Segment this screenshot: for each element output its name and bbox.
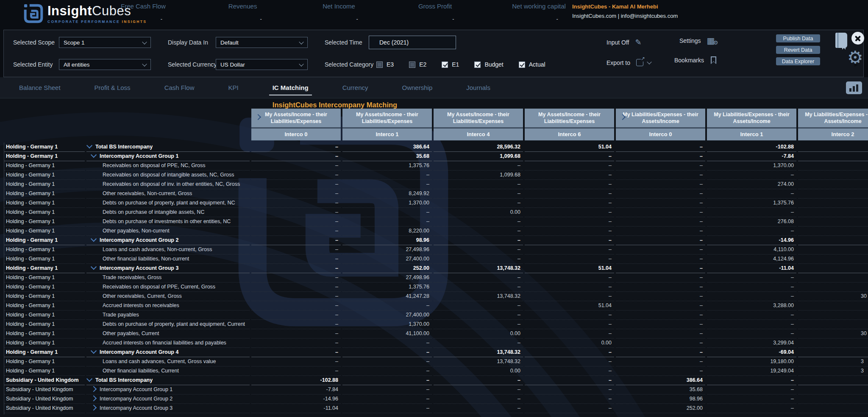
chart-icon[interactable] — [846, 81, 862, 94]
account-cell: Other financial liabilities, Non-current — [86, 255, 250, 264]
value-cell: – — [525, 292, 614, 301]
account-cell[interactable]: Total BS Intercompany — [86, 376, 250, 385]
settings-control[interactable]: Settings ▦⚙ — [679, 37, 715, 45]
value-cell: – — [707, 376, 796, 385]
close-icon[interactable] — [851, 32, 864, 45]
column-group-header[interactable]: My Assets/Income - their Liabilities/Exp… — [251, 109, 341, 129]
checkbox-checked-icon[interactable] — [474, 62, 481, 68]
value-cell — [798, 236, 868, 245]
account-cell: Debts on purchase of property, plant and… — [86, 320, 250, 329]
checkbox-icon[interactable] — [409, 62, 415, 68]
value-cell: – — [525, 376, 614, 385]
tab-ownership[interactable]: Ownership — [402, 77, 433, 98]
table-row: Holding - Germany 1Intercompany Account … — [0, 152, 868, 161]
account-cell[interactable]: Intercompany Account Group 1 — [86, 152, 250, 161]
value-cell: 51.04 — [525, 264, 614, 273]
bookmarks-control[interactable]: Bookmarks — [674, 56, 716, 64]
entity-cell: Holding - Germany 1 — [4, 245, 85, 255]
value-cell — [798, 161, 868, 171]
value-cell — [798, 189, 868, 199]
tab-cash-flow[interactable]: Cash Flow — [164, 77, 195, 98]
checkbox-e3[interactable]: E3 — [376, 61, 394, 68]
input-toggle[interactable]: Input Off✎ — [606, 38, 642, 47]
export-icon[interactable]: ↗ — [636, 59, 643, 66]
table-row: Holding - Germany 1Intercompany Account … — [0, 236, 868, 245]
entity-select[interactable]: All entities — [59, 59, 151, 70]
selected-category-label: Selected Category — [325, 61, 365, 68]
account-cell: Debts on purchase of property, plant and… — [86, 199, 250, 208]
value-cell: – — [616, 273, 705, 283]
export-control[interactable]: Export to ↗ — [606, 59, 651, 66]
chevron-right-icon[interactable] — [91, 395, 97, 401]
value-cell: – — [707, 329, 796, 339]
tab-kpi[interactable]: KPI — [228, 77, 238, 98]
chevron-down-icon[interactable] — [91, 152, 97, 158]
table-row: Subsidiary - United KingdomIntercompany … — [0, 395, 868, 404]
checkbox-e1[interactable]: E1 — [442, 61, 459, 68]
value-cell: – — [525, 385, 614, 395]
journal-book-icon[interactable] — [835, 33, 847, 48]
checkbox-budget[interactable]: Budget — [474, 61, 503, 68]
value-cell: – — [616, 329, 705, 339]
settings-grid-icon[interactable]: ▦⚙ — [707, 37, 715, 45]
scope-select[interactable]: Scope 1 — [59, 37, 151, 48]
value-cell: – — [434, 283, 523, 292]
pencil-icon[interactable]: ✎ — [635, 38, 641, 47]
revert-data-button[interactable]: Revert Data — [776, 46, 820, 54]
account-cell[interactable]: Intercompany Account Group 1 — [86, 385, 250, 395]
gear-play-icon[interactable]: ⚙▶ — [847, 49, 863, 67]
checkbox-checked-icon[interactable] — [442, 62, 448, 68]
value-cell: – — [342, 171, 432, 180]
checkbox-checked-icon[interactable] — [519, 62, 525, 68]
interco-header: Interco 4 — [434, 129, 523, 140]
tab-ic-matching[interactable]: IC Matching — [273, 77, 309, 98]
account-cell[interactable]: Intercompany Account Group 2 — [86, 236, 250, 245]
checkbox-e2[interactable]: E2 — [409, 61, 426, 68]
currency-select[interactable]: US Dollar — [216, 59, 308, 70]
account-cell: Debts on purchase of investments in othe… — [86, 217, 250, 227]
bookmark-icon[interactable] — [711, 56, 716, 64]
value-cell: -11.04 — [251, 404, 341, 413]
tab-profit-loss[interactable]: Profit & Loss — [95, 77, 131, 98]
value-cell: 386.64 — [616, 376, 705, 385]
chevron-right-icon[interactable] — [91, 405, 97, 411]
entity-cell: Holding - Germany 1 — [4, 311, 85, 320]
tab-balance-sheet[interactable]: Balance Sheet — [19, 77, 61, 98]
value-cell: – — [616, 143, 705, 152]
value-cell: – — [251, 367, 341, 376]
chevron-down-icon[interactable] — [91, 348, 97, 354]
chevron-down-icon[interactable] — [86, 376, 92, 382]
account-cell[interactable]: Intercompany Account Group 4 — [86, 348, 250, 357]
value-cell: – — [707, 273, 796, 283]
account-cell[interactable]: Intercompany Account Group 3 — [86, 404, 250, 413]
top-bar: InsightCubes CORPORATE PERFORMANCE INSIG… — [0, 0, 868, 30]
tab-currency[interactable]: Currency — [342, 77, 368, 98]
entity-cell: Holding - Germany 1 — [4, 292, 85, 301]
value-cell: 0.00 — [434, 329, 523, 339]
account-cell: Loans and cash advances, Current, Gross … — [86, 357, 250, 367]
column-group-header[interactable]: My Liabilities/Expenses - their Assets/I… — [616, 109, 705, 129]
checkbox-icon[interactable] — [376, 62, 383, 68]
display-data-select[interactable]: Default — [216, 37, 308, 48]
account-cell[interactable]: Intercompany Account Group 2 — [86, 395, 250, 404]
chevron-right-icon[interactable] — [91, 386, 97, 392]
tab-journals[interactable]: Journals — [466, 77, 490, 98]
value-cell: – — [251, 236, 341, 245]
chevron-down-icon[interactable] — [91, 236, 97, 242]
value-cell: – — [434, 385, 523, 395]
chevron-down-icon[interactable] — [91, 264, 97, 270]
data-explorer-button[interactable]: Data Explorer — [776, 57, 820, 65]
insightcubes-cube-icon — [24, 4, 43, 23]
chevron-down-icon[interactable] — [86, 143, 92, 148]
value-cell: – — [525, 161, 614, 171]
publish-data-button[interactable]: Publish Data — [776, 34, 820, 42]
value-cell: – — [434, 320, 523, 329]
checkbox-actual[interactable]: Actual — [519, 61, 545, 68]
account-cell[interactable]: Total BS Intercompany — [86, 143, 250, 152]
value-cell: – — [251, 199, 341, 208]
account-cell[interactable]: Intercompany Account Group 3 — [86, 264, 250, 273]
value-cell: 1,099.68 — [434, 171, 523, 180]
time-input[interactable]: Dec (2021) — [369, 36, 456, 49]
entity-cell: Holding - Germany 1 — [4, 339, 85, 348]
entity-cell: Holding - Germany 1 — [4, 180, 85, 189]
